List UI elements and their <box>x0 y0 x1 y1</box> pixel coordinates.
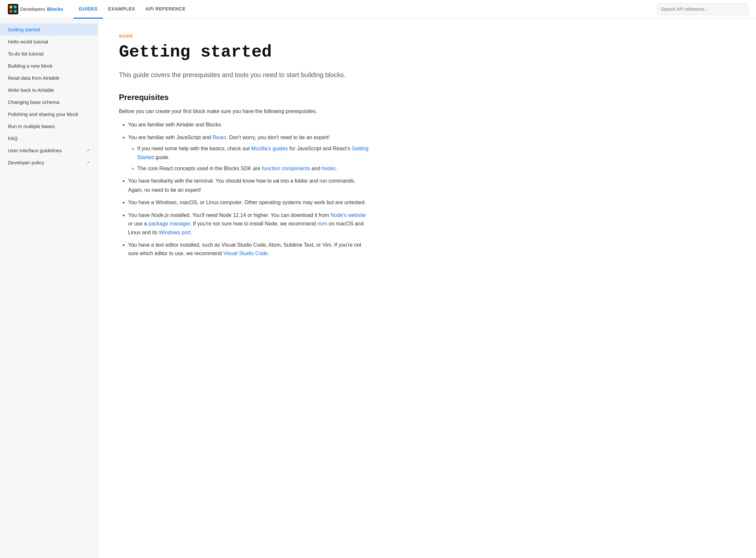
page-title: Getting started <box>119 43 371 62</box>
sidebar: Getting started Hello world tutorial To-… <box>0 18 98 558</box>
list-item: The core React concepts used in the Bloc… <box>137 164 371 173</box>
sidebar-item-ui-guidelines[interactable]: User interface guidelines ↗ <box>0 145 98 156</box>
prerequisites-list: You are familiar with Airtable and Block… <box>119 121 371 258</box>
hooks-link[interactable]: hooks <box>322 166 336 171</box>
search-area <box>657 3 748 15</box>
list-item: You have a text editor installed, such a… <box>128 241 371 258</box>
page-subtitle: This guide covers the prerequisites and … <box>119 70 371 80</box>
logo-developers-text: Developers <box>20 6 45 12</box>
nav-link-api-reference[interactable]: API REFERENCE <box>141 0 191 19</box>
section-prerequisites-title: Prerequisites <box>119 93 371 102</box>
main-content: GUIDE Getting started This guide covers … <box>98 18 392 558</box>
list-item: If you need some help with the basics, c… <box>137 145 371 162</box>
svg-rect-3 <box>9 10 12 13</box>
list-item: You have a Windows, macOS, or Linux comp… <box>128 198 371 207</box>
list-item: You have familiarity with the terminal. … <box>128 177 371 194</box>
top-nav: Developers Blocks GUIDES EXAMPLES API RE… <box>0 0 756 18</box>
section-intro: Before you can create your first block m… <box>119 107 371 116</box>
sidebar-item-building-block[interactable]: Building a new block <box>0 60 98 72</box>
nodes-website-link[interactable]: Node's website <box>331 212 366 218</box>
list-item: You have Node.js installed. You'll need … <box>128 211 371 237</box>
logo-blocks-text: Blocks <box>47 6 63 12</box>
react-sublist: If you need some help with the basics, c… <box>128 145 371 173</box>
function-components-link[interactable]: function components <box>262 166 310 171</box>
sidebar-item-faq[interactable]: FAQ <box>0 132 98 145</box>
sidebar-item-polishing[interactable]: Polishing and sharing your block <box>0 108 98 120</box>
sidebar-item-read-data[interactable]: Read data from Airtable <box>0 72 98 84</box>
layout: Getting started Hello world tutorial To-… <box>0 18 756 558</box>
list-item: You are familiar with JavaScript and Rea… <box>128 133 371 173</box>
sidebar-item-multiple-bases[interactable]: Run in multiple bases <box>0 120 98 132</box>
react-link[interactable]: React <box>212 134 226 140</box>
sidebar-item-hello-world[interactable]: Hello world tutorial <box>0 35 98 48</box>
airtable-logo-icon <box>8 4 18 15</box>
external-link-icon-ui: ↗ <box>86 148 90 153</box>
svg-rect-0 <box>8 4 18 15</box>
package-manager-link[interactable]: package manager <box>148 221 190 226</box>
svg-rect-2 <box>14 5 17 8</box>
sidebar-item-todo[interactable]: To-do list tutorial <box>0 48 98 60</box>
search-input[interactable] <box>657 3 748 15</box>
sidebar-item-changing-schema[interactable]: Changing base schema <box>0 96 98 108</box>
list-item: You are familiar with Airtable and Block… <box>128 121 371 129</box>
mozilla-guides-link[interactable]: Mozilla's guides <box>251 146 288 151</box>
logo-area[interactable]: Developers Blocks <box>8 4 63 15</box>
nav-link-guides[interactable]: GUIDES <box>74 0 103 19</box>
guide-label: GUIDE <box>119 34 371 39</box>
vscode-link[interactable]: Visual Studio Code <box>224 251 268 256</box>
nav-link-examples[interactable]: EXAMPLES <box>103 0 141 19</box>
svg-rect-1 <box>9 5 12 8</box>
external-link-icon-policy: ↗ <box>86 160 90 165</box>
sidebar-item-getting-started[interactable]: Getting started <box>0 24 98 35</box>
windows-port-link[interactable]: Windows port <box>159 230 191 235</box>
sidebar-item-write-back[interactable]: Write back to Airtable <box>0 84 98 96</box>
svg-rect-4 <box>14 10 17 13</box>
sidebar-item-developer-policy[interactable]: Developer policy ↗ <box>0 156 98 169</box>
nvm-link[interactable]: nvm <box>317 221 327 226</box>
nav-links: GUIDES EXAMPLES API REFERENCE <box>74 0 191 18</box>
